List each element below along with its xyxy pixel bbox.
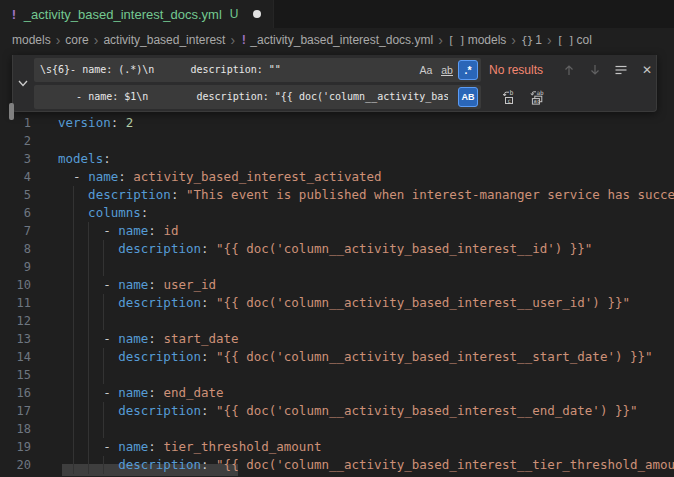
find-results-count: No results [489,58,543,82]
line-number: 11 [0,294,31,312]
code-line-6[interactable]: columns: [58,204,674,222]
tab-active-file[interactable]: ! _activity_based_interest_docs.yml U [0,0,274,28]
token-str: "This event is published when interest-m… [186,187,674,202]
breadcrumb-label: models [468,33,507,47]
token-ws [58,169,73,184]
breadcrumb-item-activity_based_interest[interactable]: activity_based_interest [103,33,225,47]
toggle-replace-chevron[interactable] [13,55,33,110]
line-number: 8 [0,240,31,258]
code-line-5[interactable]: description: "This event is published wh… [58,186,674,204]
code-line-7[interactable]: - name: id [58,222,674,240]
code-line-3[interactable]: models: [58,150,674,168]
code-line-12[interactable] [58,312,674,330]
indent-guide [73,258,74,276]
match-case-toggle[interactable]: Aa [416,60,436,80]
code-line-1[interactable]: version: 2 [58,114,674,132]
token-ws [58,331,103,346]
unsaved-changes-dot[interactable] [253,10,261,18]
breadcrumb-item-core[interactable]: core [65,33,88,47]
indent-guide [73,222,74,240]
code-line-20[interactable]: description: "{{ doc('column__activity_b… [58,456,674,474]
breadcrumb-item-1[interactable]: {}1 [521,33,542,47]
code-line-10[interactable]: - name: user_id [58,276,674,294]
token-num: 2 [126,115,134,130]
find-input[interactable]: \s{6}- name: (.*)\n description: "" Aa a… [34,58,481,82]
next-match-button[interactable] [583,58,607,82]
token-punc: : [148,331,156,346]
line-number: 14 [0,348,31,366]
code-line-11[interactable]: description: "{{ doc('column__activity_b… [58,294,674,312]
code-line-14[interactable]: description: "{{ doc('column__activity_b… [58,348,674,366]
breadcrumb-item-col[interactable]: [ ]col [557,33,592,47]
breadcrumb-separator-icon: › [547,33,552,47]
replace-all-button[interactable]: ab ac [525,85,549,109]
find-in-selection-button[interactable] [609,58,633,82]
code-editor[interactable]: 1version: 223models:4 - name: activity_b… [0,52,674,477]
code-line-15[interactable] [58,366,674,384]
git-status-badge: U [230,7,239,21]
code-line-16[interactable]: - name: end_date [58,384,674,402]
breadcrumb-item-_activity_based_interest_docs.yml[interactable]: !_activity_based_interest_docs.yml [240,33,433,47]
indent-guide [73,420,74,438]
find-in-selection-icon [614,63,628,77]
line-number: 20 [0,456,31,474]
line-number: 12 [0,312,31,330]
token-punc: : [148,439,156,454]
code-line-19[interactable]: - name: tier_threshold_amount [58,438,674,456]
breadcrumb-item-models[interactable]: [ ]models [448,33,507,47]
line-number: 17 [0,402,31,420]
arrow-up-icon [562,63,576,77]
line-number: 5 [0,186,31,204]
token-punc: : [201,241,209,256]
preserve-case-toggle[interactable]: AB [458,87,478,107]
token-str: id [163,223,178,238]
code-line-8[interactable]: description: "{{ doc('column__activity_b… [58,240,674,258]
breadcrumb: models›core›activity_based_interest›!_ac… [0,28,674,52]
token-punc: : [103,151,111,166]
replace-input[interactable]: - name: $1\n description: "{{ doc('colum… [34,85,481,109]
code-line-17[interactable]: description: "{{ doc('column__activity_b… [58,402,674,420]
code-line-18[interactable] [58,420,674,438]
code-line-13[interactable]: - name: start_date [58,330,674,348]
token-key: description [118,349,201,364]
token-str: end_date [163,385,223,400]
indent-guide [88,276,89,294]
previous-match-button[interactable] [557,58,581,82]
replace-button[interactable]: b c [497,85,521,109]
token-punc: : [141,205,149,220]
indent-guide [88,222,89,240]
token-ws [58,223,103,238]
breadcrumb-label: _activity_based_interest_docs.yml [250,33,433,47]
code-line-4[interactable]: - name: activity_based_interest_activate… [58,168,674,186]
close-find-widget-button[interactable]: ✕ [635,58,659,82]
indent-guide [73,384,74,402]
token-ws [58,385,103,400]
token-key: name [118,331,148,346]
token-str: activity_based_interest_activated [133,169,381,184]
indent-guide [88,420,89,438]
token-ws [209,349,217,364]
token-key: name [88,169,118,184]
token-punc: : [148,223,156,238]
indent-guide [88,456,89,474]
breadcrumb-item-models[interactable]: models [12,33,51,47]
indent-guide [88,258,89,276]
token-punc: - [103,331,118,346]
breadcrumb-label: models [12,33,51,47]
line-number: 7 [0,222,31,240]
regex-toggle[interactable]: .* [458,60,478,80]
indent-guide [103,366,104,384]
token-punc: : [118,169,126,184]
line-number: 9 [0,258,31,276]
yaml-file-icon: ! [240,33,247,47]
code-line-2[interactable] [58,132,674,150]
whole-word-toggle[interactable]: ab [437,60,457,80]
yaml-file-icon: ! [10,7,18,22]
indent-guide [103,240,104,258]
token-punc: : [148,277,156,292]
code-line-9[interactable] [58,258,674,276]
token-str: "{{ doc('column__activity_based_interest… [216,241,592,256]
token-punc: - [73,169,88,184]
find-widget-sash[interactable] [9,103,14,120]
indent-guide [88,384,89,402]
